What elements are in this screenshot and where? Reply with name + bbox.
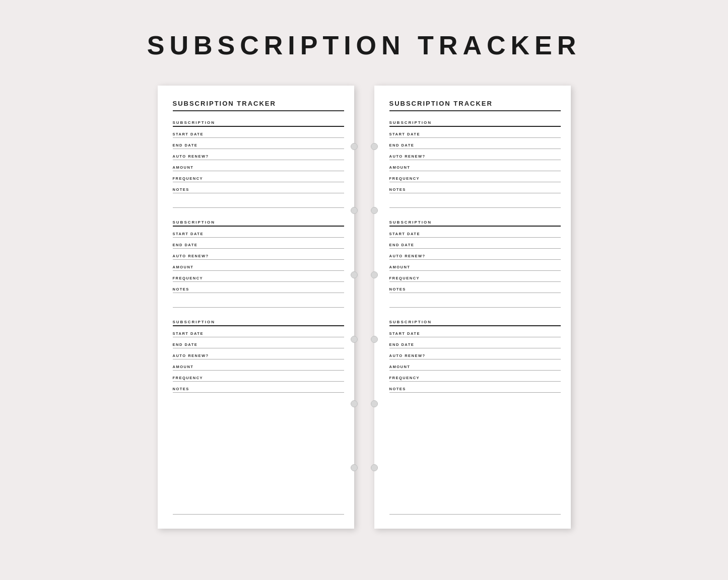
field-line-2 [389,248,561,249]
field-label-5: FREQUENCY [389,176,561,181]
field-line-6 [389,293,561,293]
page-left: SUBSCRIPTION TRACKERSUBSCRIPTIONSTART DA… [158,86,354,529]
field-line-6 [389,392,561,393]
field-row-4: AMOUNT [389,161,561,172]
field-label-5: FREQUENCY [173,276,344,280]
field-label-2: END DATE [173,342,344,347]
entry-block-2: SUBSCRIPTIONSTART DATEEND DATEAUTO RENEW… [389,318,561,403]
field-label-6: NOTES [173,287,344,292]
field-label-4: AMOUNT [389,365,561,369]
field-label-5: FREQUENCY [389,376,561,380]
field-row-0: SUBSCRIPTION [389,318,561,327]
field-label-4: AMOUNT [389,265,561,269]
field-row-1: START DATE [389,228,561,239]
field-row-6: NOTES [173,383,344,394]
binder-hole [371,464,378,471]
binder-hole [351,336,358,343]
field-label-3: AUTO RENEW? [389,154,561,159]
field-label-5: FREQUENCY [173,376,344,380]
field-row-2: END DATE [389,139,561,150]
field-row-5: FREQUENCY [389,372,561,383]
entry-block-2: SUBSCRIPTIONSTART DATEEND DATEAUTO RENEW… [173,318,344,403]
page-header: SUBSCRIPTION TRACKER [173,100,344,111]
field-row-6: NOTES [389,283,561,294]
field-label-3: AUTO RENEW? [389,353,561,358]
field-label-0: SUBSCRIPTION [173,120,344,125]
field-row-5: FREQUENCY [173,172,344,183]
field-line-2 [173,149,344,149]
field-line-0 [173,126,344,127]
field-row-4: AMOUNT [173,161,344,172]
field-row-3: AUTO RENEW? [173,349,344,360]
field-line-0 [389,126,561,127]
entry-separator [173,307,344,308]
field-line-3 [173,259,344,260]
field-label-4: AMOUNT [173,365,344,369]
field-line-3 [173,160,344,160]
binder-hole [371,336,378,343]
field-line-4 [173,370,344,371]
field-row-0: SUBSCRIPTION [389,118,561,128]
field-line-1 [389,337,561,337]
field-label-0: SUBSCRIPTION [389,120,561,125]
field-row-4: AMOUNT [173,261,344,272]
field-label-1: START DATE [389,232,561,236]
field-row-3: AUTO RENEW? [389,150,561,161]
field-row-2: END DATE [173,239,344,250]
field-line-4 [389,270,561,271]
field-line-5 [173,182,344,182]
field-label-0: SUBSCRIPTION [173,320,344,324]
field-row-2: END DATE [173,139,344,150]
field-label-3: AUTO RENEW? [173,254,344,258]
field-line-1 [389,137,561,138]
field-line-4 [389,370,561,371]
field-row-1: START DATE [389,327,561,338]
field-label-0: SUBSCRIPTION [389,320,561,324]
page-title: SUBSCRIPTION TRACKER [147,30,581,60]
field-line-1 [389,237,561,238]
entry-separator [173,207,344,208]
binder-hole [351,464,358,471]
entry-block-0: SUBSCRIPTIONSTART DATEEND DATEAUTO RENEW… [389,118,561,214]
field-line-2 [173,348,344,348]
field-label-1: START DATE [173,132,344,136]
field-label-3: AUTO RENEW? [173,353,344,358]
field-label-1: START DATE [389,331,561,336]
holes-right [349,86,360,529]
field-row-5: FREQUENCY [389,172,561,183]
field-line-0 [389,226,561,227]
field-label-6: NOTES [173,387,344,391]
field-label-5: FREQUENCY [173,176,344,181]
field-line-3 [389,259,561,260]
field-row-2: END DATE [389,239,561,250]
field-label-4: AMOUNT [173,265,344,269]
field-label-3: AUTO RENEW? [173,154,344,159]
field-line-2 [389,149,561,149]
field-row-5: FREQUENCY [173,372,344,383]
binder-hole [371,143,378,150]
field-line-6 [389,193,561,193]
field-line-3 [389,359,561,359]
page-right: SUBSCRIPTION TRACKERSUBSCRIPTIONSTART DA… [374,86,571,529]
field-row-0: SUBSCRIPTION [173,218,344,228]
field-line-6 [173,392,344,393]
field-label-2: END DATE [389,342,561,347]
field-line-2 [173,248,344,249]
field-label-6: NOTES [173,187,344,192]
field-line-5 [389,182,561,182]
field-row-6: NOTES [389,383,561,394]
field-row-1: START DATE [173,228,344,239]
field-line-1 [173,237,344,238]
field-line-5 [173,281,344,282]
entry-block-1: SUBSCRIPTIONSTART DATEEND DATEAUTO RENEW… [173,218,344,314]
field-line-4 [389,171,561,171]
binder-hole [351,271,358,278]
field-row-0: SUBSCRIPTION [173,118,344,128]
binder-hole [371,400,378,407]
field-row-0: SUBSCRIPTION [173,318,344,327]
field-row-3: AUTO RENEW? [173,250,344,261]
field-line-1 [173,337,344,337]
page-header: SUBSCRIPTION TRACKER [389,100,561,111]
field-row-1: START DATE [389,128,561,139]
field-label-2: END DATE [389,143,561,148]
